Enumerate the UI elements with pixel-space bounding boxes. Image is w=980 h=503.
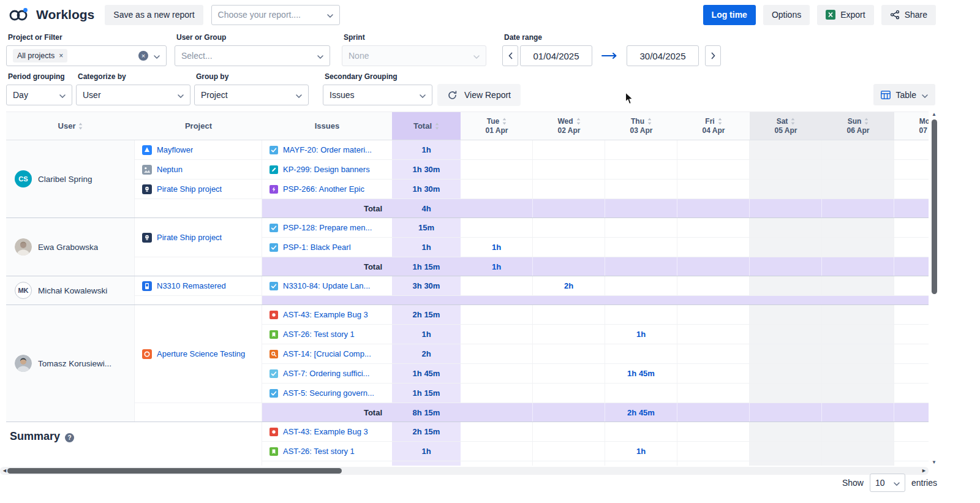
project-filter-select[interactable]: All projects× × <box>6 45 167 66</box>
categorize-by-select[interactable]: User <box>76 85 190 105</box>
date-from-input[interactable]: 01/04/2025 <box>520 45 592 66</box>
user-name: Claribel Spring <box>38 175 92 184</box>
chip-remove-icon[interactable]: × <box>59 52 63 59</box>
choose-report-select[interactable]: Choose your report.... <box>211 5 340 25</box>
day-value-cell <box>750 276 822 295</box>
secondary-grouping-label: Secondary Grouping <box>323 72 432 81</box>
sort-icon[interactable] <box>78 123 83 130</box>
save-report-button[interactable]: Save as a new report <box>105 5 203 25</box>
day-value-cell <box>822 276 894 295</box>
sprint-select[interactable]: None <box>342 45 486 66</box>
export-button[interactable]: Export <box>817 5 873 25</box>
scroll-down-icon[interactable]: ▼ <box>930 460 938 466</box>
column-header-date[interactable]: Wed 02 Apr <box>533 112 605 140</box>
day-value-cell <box>677 461 750 466</box>
issue-link[interactable]: PSP-128: Prepare men... <box>283 223 372 232</box>
project-link[interactable]: Pirate Ship project <box>157 233 222 242</box>
column-header-date[interactable]: Mon 07 Apr <box>894 112 929 140</box>
day-value-cell <box>533 305 605 324</box>
issue-link[interactable]: N3310-84: Update Lan... <box>283 281 370 290</box>
column-header-issues[interactable]: Issues <box>262 112 392 140</box>
period-grouping-select[interactable]: Day <box>6 85 72 105</box>
issue-link[interactable]: AST-26: Test story 1 <box>283 447 355 456</box>
column-header-date[interactable]: Thu 03 Apr <box>605 112 677 140</box>
issue-total-cell: 1h 30m <box>392 160 461 179</box>
day-value-cell <box>533 160 605 179</box>
day-value-cell <box>677 305 750 324</box>
clear-filter-icon[interactable]: × <box>138 51 148 61</box>
issue-link[interactable]: AST-5: Securing govern... <box>283 388 374 398</box>
project-cell: Pirate Ship project <box>135 218 262 257</box>
column-header-user[interactable]: User <box>6 112 135 140</box>
project-link[interactable]: N3310 Remastered <box>157 281 226 290</box>
sort-icon[interactable] <box>435 123 439 130</box>
issue-link[interactable]: AST-26: Test story 1 <box>283 330 355 339</box>
vertical-scrollbar-thumb[interactable] <box>932 119 937 294</box>
day-value-cell <box>822 199 894 217</box>
issue-link[interactable]: AST-14: [Crucial Comp... <box>283 349 371 358</box>
sort-icon[interactable] <box>791 118 795 125</box>
column-header-date[interactable]: Sun 06 Apr <box>822 112 894 140</box>
log-time-button[interactable]: Log time <box>703 5 756 25</box>
period-grouping-label: Period grouping <box>6 72 72 81</box>
scroll-left-icon[interactable]: ◄ <box>2 467 7 475</box>
sort-icon[interactable] <box>864 118 869 125</box>
project-link[interactable]: Neptun <box>157 165 183 174</box>
day-value-cell <box>533 218 605 237</box>
project-link[interactable]: Pirate Ship project <box>157 184 222 194</box>
group-total-row: Total8h 15m2h 45m <box>135 403 929 422</box>
column-header-date[interactable]: Tue 01 Apr <box>461 112 533 140</box>
project-group: Pirate Ship projectPSP-128: Prepare men.… <box>135 218 929 257</box>
date-prev-button[interactable] <box>502 45 518 66</box>
column-header-date[interactable]: Fri 04 Apr <box>677 112 750 140</box>
page-size-select[interactable]: 10 <box>870 474 905 492</box>
user-group-select[interactable]: Select... <box>175 45 330 66</box>
issue-link[interactable]: PSP-1: Black Pearl <box>283 243 351 252</box>
day-value-cell <box>533 461 605 466</box>
show-label: Show <box>842 478 864 488</box>
column-header-date[interactable]: Sat 05 Apr <box>750 112 822 140</box>
table-view-select[interactable]: Table <box>873 84 935 105</box>
column-header-project[interactable]: Project <box>135 112 262 140</box>
day-value-cell <box>894 384 929 403</box>
group-by-select[interactable]: Project <box>194 85 309 105</box>
sort-icon[interactable] <box>718 118 722 125</box>
project-group: MayflowerMAYF-20: Order materi...1h <box>135 140 929 160</box>
vertical-scrollbar[interactable]: ▲ ▼ <box>930 112 938 466</box>
issue-row: N3310-84: Update Lan...3h 30m2h <box>262 276 929 296</box>
issue-link[interactable]: MAYF-20: Order materi... <box>283 145 372 154</box>
issue-link[interactable]: AST-43: Example Bug 3 <box>283 310 368 319</box>
filter-chip-all-projects[interactable]: All projects× <box>13 49 67 62</box>
options-button[interactable]: Options <box>763 5 810 25</box>
day-value-cell <box>750 199 822 217</box>
project-neptun-icon <box>142 165 152 175</box>
project-link[interactable]: Aperture Science Testing <box>157 349 245 358</box>
issue-cell: AST-43: Example Bug 3 <box>262 422 392 441</box>
horizontal-scrollbar[interactable]: ◄ ► <box>0 467 929 475</box>
help-icon[interactable]: ? <box>65 433 74 442</box>
day-value-cell <box>533 325 605 344</box>
date-to-input[interactable]: 30/04/2025 <box>627 45 699 66</box>
sort-icon[interactable] <box>502 118 507 125</box>
view-report-button[interactable]: View Report <box>464 90 511 100</box>
issue-link[interactable]: PSP-266: Another Epic <box>283 184 364 194</box>
scroll-up-icon[interactable]: ▲ <box>930 112 938 118</box>
issue-link[interactable]: AST-7: Ordering suffici... <box>283 369 369 378</box>
day-value-cell <box>894 364 929 383</box>
issue-type-task-icon <box>270 243 278 252</box>
refresh-icon[interactable] <box>447 90 458 100</box>
sort-icon[interactable] <box>647 118 652 125</box>
issue-cell: AST-43: Example Bug 3 <box>262 305 392 324</box>
topbar: Worklogs Save as a new report Choose you… <box>0 0 980 29</box>
project-link[interactable]: Mayflower <box>157 145 193 154</box>
date-next-button[interactable] <box>705 45 721 66</box>
issue-link[interactable]: KP-299: Design banners <box>283 165 370 174</box>
horizontal-scrollbar-thumb[interactable] <box>7 468 342 474</box>
sort-icon[interactable] <box>576 118 581 125</box>
user-avatar-photo <box>15 355 32 372</box>
secondary-grouping-select[interactable]: Issues <box>323 85 432 105</box>
day-value-cell <box>605 461 677 466</box>
share-button[interactable]: Share <box>881 5 936 25</box>
issue-link[interactable]: AST-43: Example Bug 3 <box>283 427 368 436</box>
column-header-total[interactable]: Total <box>392 112 461 140</box>
